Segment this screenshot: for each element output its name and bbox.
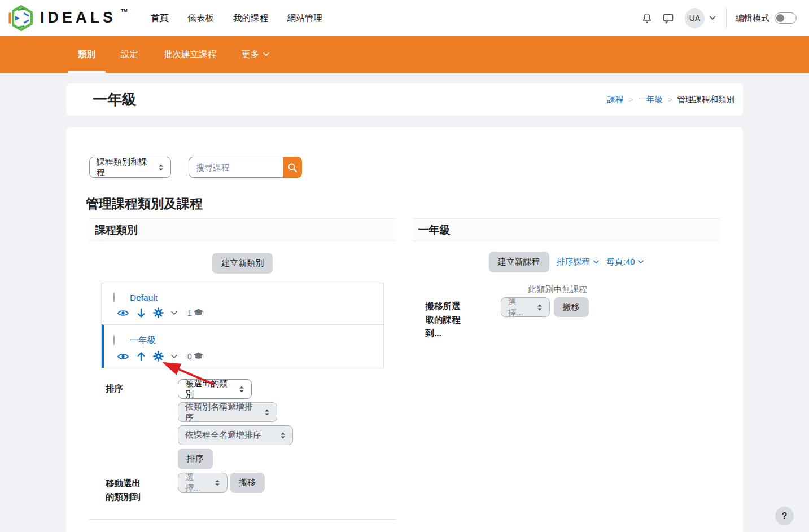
tab-bulk-create-courses[interactable]: 批次建立課程 <box>154 36 226 73</box>
sort-scope-select[interactable]: 被選出的類別 <box>178 379 252 399</box>
move-down-arrow-icon[interactable] <box>137 308 146 318</box>
page-title: 一年級 <box>93 90 137 109</box>
page-title-card: 一年級 課程 > 一年級 > 管理課程和類別 <box>66 83 743 116</box>
main-card: 課程類別和課程 管理課程類別及課程 課程類別 建立新類別 <box>66 127 743 532</box>
search-input[interactable] <box>189 157 283 178</box>
chevron-down-icon <box>263 52 269 56</box>
move-up-arrow-icon[interactable] <box>137 351 146 362</box>
courses-panel-title: 一年級 <box>413 218 720 241</box>
empty-category-message: 此類別中無課程 <box>528 284 720 295</box>
tab-categories[interactable]: 類別 <box>68 36 106 73</box>
category-row-default: Default <box>102 283 383 324</box>
search-icon <box>287 162 298 173</box>
category-list: Default <box>101 283 384 368</box>
move-categories-button[interactable]: 搬移 <box>230 473 265 493</box>
top-header: IDEALS TM 首頁 儀表板 我的課程 網站管理 UA 編輯模式 <box>0 0 809 36</box>
graduation-cap-icon <box>193 352 204 360</box>
nav-item-site-admin[interactable]: 網站管理 <box>287 12 322 24</box>
sort-courses-by-select[interactable]: 依課程全名遞增排序 <box>178 425 293 445</box>
category-checkbox[interactable] <box>113 292 115 303</box>
breadcrumb-courses[interactable]: 課程 <box>607 94 624 105</box>
sort-courses-link[interactable]: 排序課程 <box>557 257 599 267</box>
user-menu-caret-icon[interactable] <box>709 16 716 20</box>
breadcrumb-separator: > <box>668 95 672 104</box>
viewmode-select[interactable]: 課程類別和課程 <box>89 157 171 178</box>
categories-panel: 課程類別 建立新類別 Default <box>89 218 396 520</box>
secondary-nav: 類別 設定 批次建立課程 更多 <box>0 36 809 73</box>
show-hide-eye-icon[interactable] <box>117 352 129 361</box>
per-page-link[interactable]: 每頁:40 <box>606 257 644 267</box>
brand-name: IDEALS <box>40 5 116 30</box>
move-courses-label: 搬移所選取的課程到... <box>426 297 501 340</box>
category-row-grade1: 一年級 <box>102 324 383 368</box>
page-background: 一年級 課程 > 一年級 > 管理課程和類別 課程類別和課程 管理課 <box>0 73 809 532</box>
edit-mode-toggle[interactable] <box>775 12 797 24</box>
panel-bottom-divider <box>89 519 396 520</box>
select-arrows-icon <box>158 164 164 171</box>
graduation-cap-icon <box>193 309 204 317</box>
nav-item-home[interactable]: 首頁 <box>151 12 169 24</box>
header-divider <box>726 7 727 29</box>
tab-more[interactable]: 更多 <box>231 36 279 73</box>
notification-bell-icon[interactable] <box>641 12 653 24</box>
breadcrumb: 課程 > 一年級 > 管理課程和類別 <box>607 94 734 105</box>
sort-label: 排序 <box>106 379 178 395</box>
sort-categories-by-select[interactable]: 依類別名稱遞增排序 <box>178 402 277 422</box>
messages-chat-icon[interactable] <box>662 12 674 24</box>
nav-item-dashboard[interactable]: 儀表板 <box>188 12 215 24</box>
category-checkbox[interactable] <box>113 335 115 345</box>
manage-heading: 管理課程類別及課程 <box>86 195 720 213</box>
move-categories-select[interactable]: 選擇... <box>178 473 228 493</box>
chevron-down-icon <box>593 260 599 264</box>
help-button[interactable]: ? <box>775 507 794 525</box>
breadcrumb-separator: > <box>629 95 633 104</box>
gear-icon[interactable] <box>153 307 164 318</box>
chevron-down-icon <box>638 260 644 264</box>
category-link[interactable]: 一年級 <box>130 335 156 346</box>
user-avatar[interactable]: UA <box>685 8 705 28</box>
gear-icon[interactable] <box>153 351 164 362</box>
tab-settings[interactable]: 設定 <box>111 36 148 73</box>
course-count-badge: 0 <box>187 352 204 361</box>
move-courses-select[interactable]: 選擇... <box>501 297 550 317</box>
category-actions-caret-icon[interactable] <box>171 354 177 359</box>
create-category-button[interactable]: 建立新類別 <box>212 253 273 274</box>
breadcrumb-current: 管理課程和類別 <box>677 94 735 105</box>
select-arrows-icon <box>537 304 543 311</box>
edit-mode-label: 編輯模式 <box>736 13 769 24</box>
brand-trademark: TM <box>121 8 128 13</box>
course-count-badge: 1 <box>187 309 204 318</box>
categories-panel-title: 課程類別 <box>89 218 396 241</box>
breadcrumb-grade1[interactable]: 一年級 <box>638 94 663 105</box>
nav-item-my-courses[interactable]: 我的課程 <box>233 12 268 24</box>
ideals-logo-icon <box>8 5 34 32</box>
select-arrows-icon <box>239 386 244 393</box>
search-button[interactable] <box>283 157 302 178</box>
brand-logo[interactable]: IDEALS TM <box>8 5 128 32</box>
select-arrows-icon <box>264 409 270 416</box>
select-arrows-icon <box>280 432 286 439</box>
create-course-button[interactable]: 建立新課程 <box>489 252 549 272</box>
courses-panel: 一年級 建立新課程 排序課程 每頁:40 此類別中無課程 搬移所選取的課程到..… <box>413 218 720 520</box>
move-categories-label: 移動選出的類別到 <box>106 473 178 504</box>
select-arrows-icon <box>215 480 220 486</box>
show-hide-eye-icon[interactable] <box>117 309 129 318</box>
primary-nav: 首頁 儀表板 我的課程 網站管理 <box>151 12 323 24</box>
category-link[interactable]: Default <box>130 293 158 303</box>
sort-button[interactable]: 排序 <box>178 449 213 469</box>
category-actions-caret-icon[interactable] <box>171 311 177 315</box>
move-courses-button[interactable]: 搬移 <box>554 297 589 317</box>
